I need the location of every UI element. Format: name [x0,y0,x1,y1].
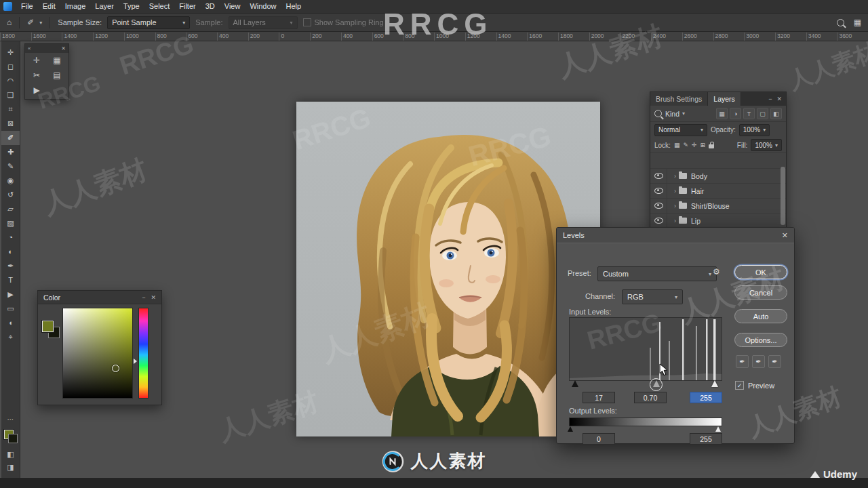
options-button[interactable]: Options... [734,333,787,347]
menu-item[interactable]: Help [281,0,307,13]
menu-item[interactable]: View [220,0,245,13]
document-canvas[interactable] [296,102,600,436]
home-icon[interactable]: ⌂ [7,18,12,26]
menu-item[interactable]: Edit [38,0,60,13]
type-tool-icon[interactable]: T [1,273,20,287]
hue-slider[interactable] [138,308,149,399]
color-picker-ring[interactable] [112,365,119,372]
crop-tool-icon[interactable]: ⌗ [1,102,20,117]
close-icon[interactable]: ✕ [782,231,788,240]
output-highlight-field[interactable]: 255 [690,433,722,445]
collapse-icon[interactable]: − [768,96,772,102]
menu-item[interactable]: Select [144,0,175,13]
grid-icon[interactable]: ▦ [53,56,60,64]
quick-select-tool-icon[interactable]: ❏ [1,88,20,102]
move-tool-icon[interactable]: ✛ [1,45,20,60]
saturation-brightness-field[interactable] [62,308,133,399]
lock-transparency-icon[interactable]: ▦ [674,142,680,148]
menu-item[interactable]: Type [119,0,144,13]
type-filter-icon[interactable]: T [743,108,755,119]
white-point-eyedropper-icon[interactable]: ✒ [768,355,781,368]
frame-tool-icon[interactable]: ⊠ [1,117,20,131]
expand-arrow-icon[interactable]: › [674,218,676,224]
chevron-down-icon[interactable]: ▾ [39,20,42,26]
marquee-tool-icon[interactable]: ◻ [1,60,20,74]
layer-visibility-toggle[interactable] [650,184,667,198]
preset-select[interactable]: Custom ▾ [597,266,717,281]
menu-item[interactable]: 3D [201,0,220,13]
search-icon[interactable] [837,19,844,26]
dodge-tool-icon[interactable]: ◐ [1,245,20,259]
background-color-swatch[interactable] [8,434,18,443]
close-icon[interactable]: ✕ [776,96,782,102]
scissors-icon[interactable]: ✂ [33,71,40,79]
menu-item[interactable]: Filter [174,0,200,13]
menu-item[interactable]: Image [60,0,91,13]
adjustment-filter-icon[interactable]: ◑ [730,108,741,119]
fill-select[interactable]: 100% ▾ [751,139,782,151]
layer-row[interactable]: › Lip [650,213,786,228]
slice-icon[interactable]: ▤ [53,71,60,79]
collapse-icon[interactable]: « [28,45,31,52]
eyedropper-tool-preset-icon[interactable]: ✐ [27,18,34,26]
pixel-filter-icon[interactable]: ▦ [716,108,728,119]
move-icon[interactable]: ✛ [33,56,40,64]
input-shadow-field[interactable]: 17 [583,392,615,403]
input-highlight-field[interactable]: 255 [690,392,722,403]
preview-checkbox[interactable]: ✓ [735,381,744,390]
hue-slider-marker[interactable] [134,359,137,364]
path-select-tool-icon[interactable]: ▶ [1,287,20,302]
shadow-slider-handle[interactable] [572,380,578,387]
lock-position-icon[interactable]: ✛ [692,142,697,148]
output-highlight-handle[interactable] [715,426,721,432]
channel-select[interactable]: RGB ▾ [622,289,683,304]
tab-layers[interactable]: Layers [708,92,741,106]
quick-mask-icon[interactable]: ◧ [7,450,14,459]
tab-brush-settings[interactable]: Brush Settings [650,92,708,106]
expand-arrow-icon[interactable]: › [674,173,676,180]
filter-kind-select[interactable]: Kind ▾ [665,110,685,118]
highlight-slider-handle[interactable] [711,380,718,387]
blend-mode-select[interactable]: Normal ▾ [654,124,707,136]
healing-tool-icon[interactable]: ✚ [1,145,20,159]
lock-artboard-icon[interactable]: ⊞ [701,142,706,148]
lasso-tool-icon[interactable]: ◠ [1,74,20,88]
layer-visibility-toggle[interactable] [650,214,667,228]
history-brush-tool-icon[interactable]: ↺ [1,188,20,202]
eraser-tool-icon[interactable]: ▱ [1,202,20,216]
stamp-tool-icon[interactable]: ◉ [1,174,20,188]
expand-arrow-icon[interactable]: › [674,203,676,209]
black-point-eyedropper-icon[interactable]: ✒ [736,355,749,368]
menu-item[interactable]: Window [245,0,281,13]
output-shadow-field[interactable]: 0 [583,433,615,445]
ok-button[interactable]: OK [734,265,787,279]
layer-row[interactable]: › Body [650,168,786,183]
close-icon[interactable]: ✕ [61,45,66,52]
screen-mode-icon[interactable]: ◨ [7,463,14,472]
brush-tool-icon[interactable]: ✎ [1,159,20,174]
layer-visibility-toggle[interactable] [650,169,667,183]
hand-tool-icon[interactable]: ◖ [1,316,20,330]
close-icon[interactable]: ✕ [151,294,156,301]
gear-icon[interactable]: ⚙ [713,267,720,277]
gamma-slider-handle[interactable] [653,380,660,387]
gradient-tool-icon[interactable]: ▨ [1,216,20,230]
zoom-tool-icon[interactable]: ⌖ [1,330,20,344]
lock-image-icon[interactable]: ✎ [683,142,688,148]
lock-all-icon[interactable] [709,144,714,148]
menu-item[interactable]: File [16,0,38,13]
layers-scrollbar[interactable] [781,167,785,225]
play-icon[interactable]: ▶ [33,86,39,94]
output-shadow-handle[interactable] [568,426,573,432]
smart-object-filter-icon[interactable]: ◧ [770,108,782,119]
layer-visibility-toggle[interactable] [650,199,667,213]
expand-arrow-icon[interactable]: › [674,188,676,195]
shape-filter-icon[interactable]: ▢ [757,108,768,119]
eyedropper-tool-icon[interactable]: ✐ [1,131,20,145]
layer-row[interactable]: › Shirt/Blouse [650,198,786,213]
input-gamma-field[interactable]: 0.70 [634,392,667,403]
collapse-icon[interactable]: − [142,294,145,301]
pen-tool-icon[interactable]: ✒ [1,259,20,273]
workspace-switcher-icon[interactable]: ▦ [854,18,861,26]
gray-point-eyedropper-icon[interactable]: ✒ [752,355,765,368]
